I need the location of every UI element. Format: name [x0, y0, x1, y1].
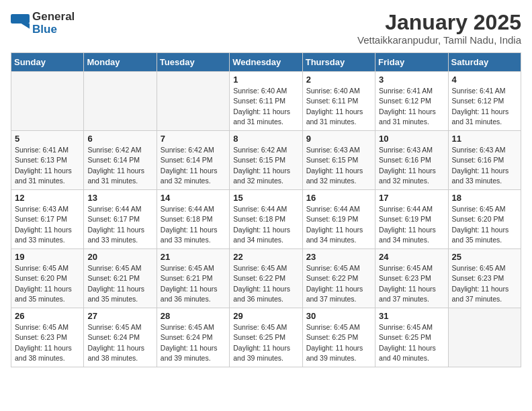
day-info: Sunrise: 6:42 AM Sunset: 6:15 PM Dayligh… [233, 145, 298, 186]
day-number: 20 [87, 252, 152, 262]
calendar-week-3: 12Sunrise: 6:43 AM Sunset: 6:17 PM Dayli… [11, 190, 521, 249]
day-number: 28 [161, 311, 226, 321]
weekday-header-tuesday: Tuesday [157, 53, 229, 72]
weekday-header-saturday: Saturday [448, 53, 521, 72]
logo-general: General [32, 11, 75, 24]
day-info: Sunrise: 6:45 AM Sunset: 6:23 PM Dayligh… [15, 322, 80, 363]
day-info: Sunrise: 6:41 AM Sunset: 6:12 PM Dayligh… [379, 86, 444, 127]
weekday-header-sunday: Sunday [11, 53, 84, 72]
calendar-cell: 16Sunrise: 6:44 AM Sunset: 6:19 PM Dayli… [302, 190, 375, 249]
calendar-header: SundayMondayTuesdayWednesdayThursdayFrid… [11, 53, 521, 72]
day-number: 6 [87, 134, 152, 144]
calendar-cell [157, 72, 229, 131]
calendar-cell: 31Sunrise: 6:45 AM Sunset: 6:25 PM Dayli… [375, 308, 448, 367]
weekday-header-thursday: Thursday [302, 53, 375, 72]
day-info: Sunrise: 6:45 AM Sunset: 6:21 PM Dayligh… [87, 263, 152, 304]
day-number: 16 [306, 193, 371, 203]
day-number: 27 [87, 311, 152, 321]
day-number: 26 [15, 311, 80, 321]
day-number: 15 [233, 193, 298, 203]
calendar-cell: 19Sunrise: 6:45 AM Sunset: 6:20 PM Dayli… [11, 249, 84, 308]
page-header: General Blue January 2025 Vettaikkaranpu… [11, 11, 521, 46]
calendar-cell: 12Sunrise: 6:43 AM Sunset: 6:17 PM Dayli… [11, 190, 84, 249]
day-info: Sunrise: 6:42 AM Sunset: 6:14 PM Dayligh… [161, 145, 226, 186]
day-number: 1 [233, 75, 298, 85]
svg-rect-0 [11, 14, 30, 24]
calendar-cell: 20Sunrise: 6:45 AM Sunset: 6:21 PM Dayli… [84, 249, 157, 308]
day-info: Sunrise: 6:45 AM Sunset: 6:22 PM Dayligh… [233, 263, 298, 304]
logo-icon [11, 14, 30, 33]
day-number: 11 [452, 134, 517, 144]
calendar-cell: 13Sunrise: 6:44 AM Sunset: 6:17 PM Dayli… [84, 190, 157, 249]
calendar-cell: 6Sunrise: 6:42 AM Sunset: 6:14 PM Daylig… [84, 131, 157, 190]
calendar-cell: 10Sunrise: 6:43 AM Sunset: 6:16 PM Dayli… [375, 131, 448, 190]
calendar-subtitle: Vettaikkaranpudur, Tamil Nadu, India [357, 34, 521, 46]
day-info: Sunrise: 6:44 AM Sunset: 6:18 PM Dayligh… [233, 204, 298, 245]
day-number: 22 [233, 252, 298, 262]
calendar-cell [11, 72, 84, 131]
day-info: Sunrise: 6:44 AM Sunset: 6:19 PM Dayligh… [379, 204, 444, 245]
day-info: Sunrise: 6:45 AM Sunset: 6:25 PM Dayligh… [306, 322, 371, 363]
day-info: Sunrise: 6:44 AM Sunset: 6:17 PM Dayligh… [87, 204, 152, 245]
day-number: 30 [306, 311, 371, 321]
calendar-cell: 26Sunrise: 6:45 AM Sunset: 6:23 PM Dayli… [11, 308, 84, 367]
calendar-cell: 7Sunrise: 6:42 AM Sunset: 6:14 PM Daylig… [157, 131, 229, 190]
day-info: Sunrise: 6:41 AM Sunset: 6:12 PM Dayligh… [452, 86, 517, 127]
day-info: Sunrise: 6:42 AM Sunset: 6:14 PM Dayligh… [87, 145, 152, 186]
day-info: Sunrise: 6:44 AM Sunset: 6:19 PM Dayligh… [306, 204, 371, 245]
day-info: Sunrise: 6:45 AM Sunset: 6:24 PM Dayligh… [87, 322, 152, 363]
calendar-cell: 1Sunrise: 6:40 AM Sunset: 6:11 PM Daylig… [230, 72, 302, 131]
svg-rect-2 [11, 24, 21, 33]
logo: General Blue [11, 11, 75, 36]
day-info: Sunrise: 6:45 AM Sunset: 6:24 PM Dayligh… [161, 322, 226, 363]
calendar-cell: 11Sunrise: 6:43 AM Sunset: 6:16 PM Dayli… [448, 131, 521, 190]
logo-blue: Blue [32, 24, 75, 36]
day-number: 17 [379, 193, 444, 203]
calendar-week-1: 1Sunrise: 6:40 AM Sunset: 6:11 PM Daylig… [11, 72, 521, 131]
day-info: Sunrise: 6:43 AM Sunset: 6:16 PM Dayligh… [379, 145, 444, 186]
day-info: Sunrise: 6:45 AM Sunset: 6:20 PM Dayligh… [452, 204, 517, 245]
calendar-cell: 24Sunrise: 6:45 AM Sunset: 6:23 PM Dayli… [375, 249, 448, 308]
calendar-cell: 14Sunrise: 6:44 AM Sunset: 6:18 PM Dayli… [157, 190, 229, 249]
svg-marker-1 [21, 24, 30, 29]
calendar-cell: 2Sunrise: 6:40 AM Sunset: 6:11 PM Daylig… [302, 72, 375, 131]
title-block: January 2025 Vettaikkaranpudur, Tamil Na… [357, 11, 521, 46]
calendar-cell: 17Sunrise: 6:44 AM Sunset: 6:19 PM Dayli… [375, 190, 448, 249]
day-number: 13 [87, 193, 152, 203]
day-number: 3 [379, 75, 444, 85]
calendar-cell: 21Sunrise: 6:45 AM Sunset: 6:21 PM Dayli… [157, 249, 229, 308]
day-info: Sunrise: 6:43 AM Sunset: 6:15 PM Dayligh… [306, 145, 371, 186]
day-number: 4 [452, 75, 517, 85]
day-number: 12 [15, 193, 80, 203]
calendar-cell: 5Sunrise: 6:41 AM Sunset: 6:13 PM Daylig… [11, 131, 84, 190]
calendar-table: SundayMondayTuesdayWednesdayThursdayFrid… [11, 52, 521, 367]
day-number: 2 [306, 75, 371, 85]
calendar-title: January 2025 [357, 11, 521, 34]
calendar-week-4: 19Sunrise: 6:45 AM Sunset: 6:20 PM Dayli… [11, 249, 521, 308]
day-info: Sunrise: 6:40 AM Sunset: 6:11 PM Dayligh… [233, 86, 298, 127]
day-number: 25 [452, 252, 517, 262]
calendar-cell: 9Sunrise: 6:43 AM Sunset: 6:15 PM Daylig… [302, 131, 375, 190]
day-number: 29 [233, 311, 298, 321]
day-number: 5 [15, 134, 80, 144]
calendar-week-5: 26Sunrise: 6:45 AM Sunset: 6:23 PM Dayli… [11, 308, 521, 367]
day-info: Sunrise: 6:45 AM Sunset: 6:22 PM Dayligh… [306, 263, 371, 304]
weekday-header-wednesday: Wednesday [230, 53, 302, 72]
day-info: Sunrise: 6:43 AM Sunset: 6:16 PM Dayligh… [452, 145, 517, 186]
calendar-cell: 27Sunrise: 6:45 AM Sunset: 6:24 PM Dayli… [84, 308, 157, 367]
calendar-cell: 4Sunrise: 6:41 AM Sunset: 6:12 PM Daylig… [448, 72, 521, 131]
day-info: Sunrise: 6:44 AM Sunset: 6:18 PM Dayligh… [161, 204, 226, 245]
calendar-cell [84, 72, 157, 131]
calendar-cell: 22Sunrise: 6:45 AM Sunset: 6:22 PM Dayli… [230, 249, 302, 308]
day-number: 8 [233, 134, 298, 144]
day-number: 31 [379, 311, 444, 321]
day-info: Sunrise: 6:45 AM Sunset: 6:20 PM Dayligh… [15, 263, 80, 304]
day-info: Sunrise: 6:43 AM Sunset: 6:17 PM Dayligh… [15, 204, 80, 245]
day-info: Sunrise: 6:45 AM Sunset: 6:23 PM Dayligh… [452, 263, 517, 304]
day-info: Sunrise: 6:40 AM Sunset: 6:11 PM Dayligh… [306, 86, 371, 127]
calendar-body: 1Sunrise: 6:40 AM Sunset: 6:11 PM Daylig… [11, 72, 521, 367]
day-info: Sunrise: 6:41 AM Sunset: 6:13 PM Dayligh… [15, 145, 80, 186]
day-number: 18 [452, 193, 517, 203]
calendar-cell: 28Sunrise: 6:45 AM Sunset: 6:24 PM Dayli… [157, 308, 229, 367]
calendar-cell: 15Sunrise: 6:44 AM Sunset: 6:18 PM Dayli… [230, 190, 302, 249]
